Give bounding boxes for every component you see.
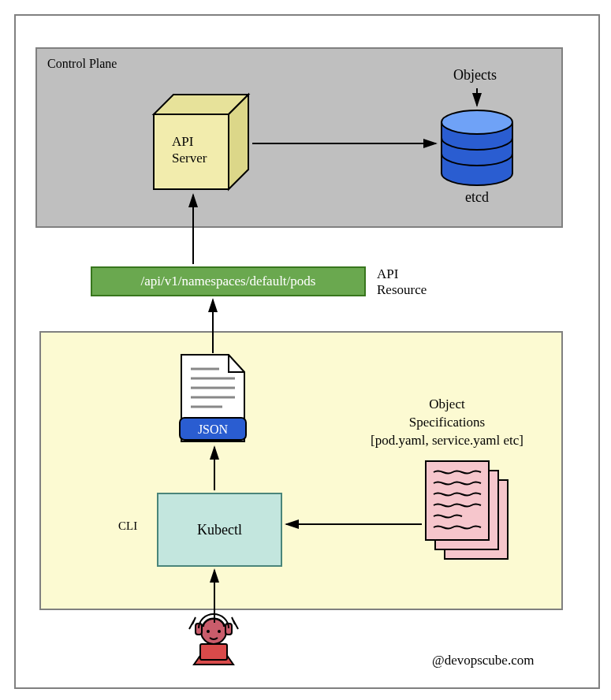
object-specs-line2: Specifications bbox=[409, 415, 485, 430]
attribution: @devopscube.com bbox=[432, 653, 534, 668]
api-path-text: /api/v1/namespaces/default/pods bbox=[141, 274, 316, 289]
object-specs-label: Object Specifications [pod.yaml, service… bbox=[371, 396, 523, 450]
api-resource-line2: Resource bbox=[377, 282, 427, 297]
object-specs-line1: Object bbox=[429, 397, 464, 411]
api-resource-label: API Resource bbox=[377, 266, 427, 299]
api-path-box: /api/v1/namespaces/default/pods bbox=[91, 266, 366, 296]
diagram-canvas: Control Plane API Server etcd Objects bbox=[0, 0, 611, 700]
control-plane-label: Control Plane bbox=[47, 57, 117, 71]
object-specs-line3: [pod.yaml, service.yaml etc] bbox=[371, 433, 523, 448]
kubectl-box: Kubectl bbox=[157, 493, 282, 567]
etcd-label: etcd bbox=[465, 189, 489, 206]
objects-label: Objects bbox=[453, 67, 497, 84]
client-panel bbox=[39, 331, 563, 610]
cli-label: CLI bbox=[118, 519, 137, 533]
kubectl-label: Kubectl bbox=[197, 522, 242, 538]
api-resource-line1: API bbox=[377, 266, 398, 281]
